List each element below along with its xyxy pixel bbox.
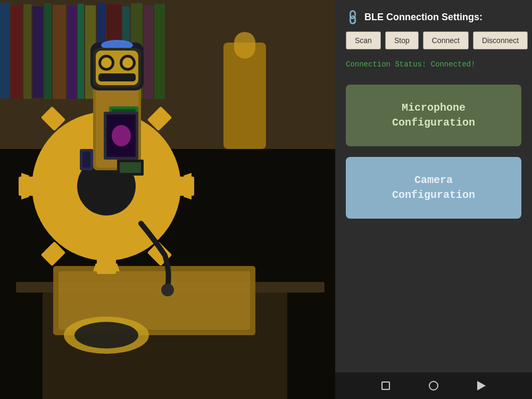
svg-point-59 [161,284,174,296]
svg-rect-6 [44,3,52,99]
ble-button-row: Scan Stop Connect Disconnect [335,31,532,57]
svg-rect-33 [97,258,116,274]
nav-stop-button[interactable] [378,378,394,394]
stop-button[interactable]: Stop [385,31,419,49]
svg-point-57 [122,57,133,68]
svg-rect-58 [98,73,136,81]
svg-rect-4 [23,4,31,99]
svg-rect-61 [82,152,90,168]
svg-rect-49 [120,162,141,173]
microphone-config-button[interactable]: MicrophoneConfiguration [346,85,521,146]
scan-button[interactable]: Scan [346,31,381,49]
connect-button[interactable]: Connect [423,31,469,49]
svg-rect-7 [53,5,66,99]
nav-back-icon [477,381,486,390]
svg-rect-5 [32,6,43,98]
svg-rect-8 [67,6,77,99]
nav-back-button[interactable] [473,378,489,394]
disconnect-button[interactable]: Disconnect [473,31,528,49]
photo-panel [0,0,335,399]
svg-rect-3 [11,5,22,98]
svg-rect-35 [19,177,35,196]
svg-rect-2 [0,3,10,98]
nav-home-button[interactable] [426,378,442,394]
link-icon: 🔗 [343,8,362,27]
nav-home-icon [429,381,438,390]
svg-point-47 [112,125,131,146]
svg-rect-15 [144,5,153,99]
bottom-navigation [335,372,532,399]
mic-config-label: MicrophoneConfiguration [392,102,475,129]
svg-point-56 [101,57,112,68]
svg-rect-18 [234,32,255,59]
nav-stop-icon [381,381,390,390]
ble-header: 🔗 BLE Connection Settings: [335,0,532,31]
connection-status: Connection Status: Connected! [335,57,532,79]
svg-rect-16 [154,4,165,99]
svg-rect-9 [78,4,84,99]
ble-title: BLE Connection Settings: [364,12,483,23]
svg-point-25 [74,322,138,348]
cam-config-label: CameraConfiguration [392,174,475,201]
camera-config-button[interactable]: CameraConfiguration [346,157,521,219]
svg-rect-34 [178,177,194,196]
right-panel: 🔗 BLE Connection Settings: Scan Stop Con… [335,0,532,399]
